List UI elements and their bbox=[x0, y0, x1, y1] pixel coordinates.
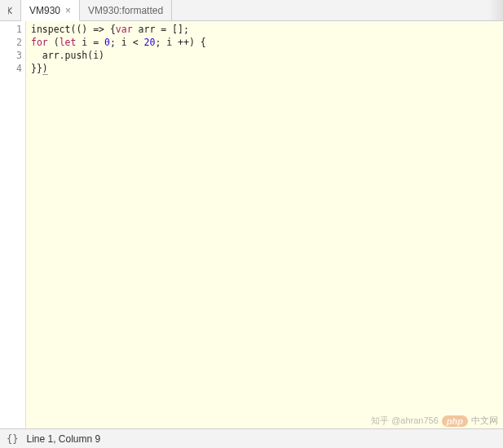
format-icon[interactable]: {} bbox=[7, 433, 18, 445]
chevron-left-icon bbox=[6, 6, 15, 15]
line-number: 2 bbox=[0, 36, 25, 49]
close-icon[interactable]: × bbox=[65, 6, 71, 15]
tab-label: VM930:formatted bbox=[88, 5, 163, 16]
svg-rect-0 bbox=[8, 7, 9, 14]
tab-vm930[interactable]: VM930 × bbox=[21, 0, 80, 21]
line-number-gutter: 1234 bbox=[0, 21, 26, 428]
code-line: inspect(() => {var arr = []; bbox=[31, 23, 498, 36]
tab-bar: VM930 × VM930:formatted bbox=[0, 0, 503, 21]
code-content[interactable]: inspect(() => {var arr = [];for (let i =… bbox=[26, 21, 503, 428]
code-line: for (let i = 0; i < 20; i ++) { bbox=[31, 36, 498, 49]
code-line: arr.push(i) bbox=[31, 49, 498, 62]
line-number: 1 bbox=[0, 23, 25, 36]
tab-label: VM930 bbox=[29, 5, 60, 16]
line-number: 4 bbox=[0, 62, 25, 75]
nav-back-button[interactable] bbox=[0, 0, 21, 20]
editor-area: 1234 inspect(() => {var arr = [];for (le… bbox=[0, 21, 503, 428]
line-number: 3 bbox=[0, 49, 25, 62]
tab-vm930-formatted[interactable]: VM930:formatted bbox=[80, 0, 172, 20]
status-bar: {} Line 1, Column 9 bbox=[0, 428, 503, 448]
code-line: }}) bbox=[31, 62, 498, 75]
scroll-shadow bbox=[488, 0, 503, 20]
cursor-position: Line 1, Column 9 bbox=[26, 433, 100, 445]
